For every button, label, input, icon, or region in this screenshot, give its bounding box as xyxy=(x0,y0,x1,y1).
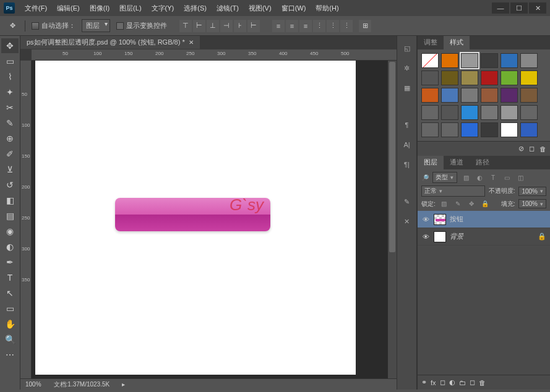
edit-toolbar-icon[interactable]: ⋯ xyxy=(1,347,19,362)
layer-name[interactable]: 按钮 xyxy=(450,215,463,224)
style-swatch[interactable] xyxy=(441,88,458,103)
align-left-icon[interactable]: ⊣ xyxy=(220,20,233,32)
auto-select-checkbox[interactable]: 自动选择： xyxy=(32,21,75,30)
pen-tool[interactable]: ✒ xyxy=(1,255,19,270)
style-swatch[interactable] xyxy=(481,122,498,137)
window-maximize-button[interactable]: ☐ xyxy=(510,2,528,14)
tab-channels[interactable]: 通道 xyxy=(444,156,470,169)
crop-tool[interactable]: ✂ xyxy=(1,100,19,115)
color-panel-icon[interactable]: ✲ xyxy=(397,61,416,75)
distribute-right-icon[interactable]: ⋮ xyxy=(340,20,353,32)
menu-help[interactable]: 帮助(H) xyxy=(311,1,343,15)
layer-name[interactable]: 背景 xyxy=(450,232,463,241)
style-swatch[interactable] xyxy=(481,88,498,103)
menu-file[interactable]: 文件(F) xyxy=(20,1,52,15)
align-vcenter-icon[interactable]: ⊢ xyxy=(193,20,205,32)
shape-tool[interactable]: ▭ xyxy=(1,301,19,316)
filter-pixel-icon[interactable]: ▨ xyxy=(461,174,471,181)
opacity-value[interactable]: 100% xyxy=(518,187,546,196)
eraser-tool[interactable]: ◧ xyxy=(1,193,19,208)
style-swatch[interactable] xyxy=(481,105,498,120)
healing-tool[interactable]: ⊕ xyxy=(1,131,19,146)
layer-visibility-icon[interactable]: 👁 xyxy=(421,216,430,223)
clear-style-icon[interactable]: ⊘ xyxy=(518,145,524,153)
style-swatch[interactable] xyxy=(461,122,478,137)
style-swatch[interactable] xyxy=(501,53,518,68)
fill-value[interactable]: 100% xyxy=(518,199,546,208)
layer-thumbnail[interactable] xyxy=(434,231,446,242)
filter-search-icon[interactable]: 🔎 xyxy=(421,174,429,181)
document-tab[interactable]: ps如何调整图层透明度.psd @ 100% (按钮, RGB/8) * ✕ xyxy=(20,36,200,49)
style-swatch[interactable] xyxy=(501,122,518,137)
new-style-icon[interactable]: ◻ xyxy=(529,145,535,153)
style-swatch[interactable] xyxy=(421,70,439,85)
layer-visibility-icon[interactable]: 👁 xyxy=(421,233,430,241)
style-swatch[interactable] xyxy=(461,70,478,85)
style-swatch[interactable] xyxy=(441,105,458,120)
style-swatch[interactable] xyxy=(520,88,538,103)
align-hcenter-icon[interactable]: ⊦ xyxy=(234,20,246,32)
lock-pixels-icon[interactable]: ✎ xyxy=(453,200,463,207)
tab-layers[interactable]: 图层 xyxy=(418,156,444,169)
lock-transparency-icon[interactable]: ▨ xyxy=(439,200,449,207)
canvas[interactable]: G`sy xyxy=(32,61,388,378)
style-swatch[interactable] xyxy=(501,88,518,103)
close-tab-icon[interactable]: ✕ xyxy=(189,39,194,46)
filter-shape-icon[interactable]: ▭ xyxy=(502,174,512,181)
auto-select-target-dropdown[interactable]: 图层 xyxy=(82,19,110,32)
style-swatch[interactable] xyxy=(520,105,538,120)
menu-select[interactable]: 选择(S) xyxy=(179,1,212,15)
style-swatch[interactable] xyxy=(501,105,518,120)
zoom-tool[interactable]: 🔍 xyxy=(1,332,19,347)
distribute-bottom-icon[interactable]: ≡ xyxy=(299,20,312,32)
menu-type[interactable]: 文字(Y) xyxy=(147,1,179,15)
layer-mask-icon[interactable]: ◻ xyxy=(440,378,445,386)
menu-filter[interactable]: 滤镜(T) xyxy=(212,1,244,15)
menu-image[interactable]: 图像(I) xyxy=(85,1,114,15)
delete-layer-icon[interactable]: 🗑 xyxy=(479,379,486,386)
align-bottom-icon[interactable]: ⊥ xyxy=(207,20,219,32)
zoom-level[interactable]: 100% xyxy=(25,381,41,388)
menu-window[interactable]: 窗口(W) xyxy=(277,1,311,15)
type-tool[interactable]: T xyxy=(1,270,19,285)
style-swatch[interactable] xyxy=(501,70,518,85)
adjustment-layer-icon[interactable]: ◐ xyxy=(449,378,455,386)
menu-edit[interactable]: 编辑(E) xyxy=(52,1,85,15)
path-select-tool[interactable]: ↖ xyxy=(1,286,19,300)
status-chevron-icon[interactable]: ▸ xyxy=(122,381,125,388)
new-group-icon[interactable]: 🗀 xyxy=(459,379,466,386)
style-swatch[interactable] xyxy=(481,53,498,68)
blur-tool[interactable]: ◉ xyxy=(1,224,19,239)
move-tool[interactable]: ✥ xyxy=(1,38,19,53)
distribute-top-icon[interactable]: ≡ xyxy=(272,20,285,32)
distribute-left-icon[interactable]: ⋮ xyxy=(313,20,325,32)
show-transform-checkbox[interactable]: 显示变换控件 xyxy=(116,21,167,30)
filter-type-icon[interactable]: T xyxy=(488,174,498,181)
tab-adjustments[interactable]: 调整 xyxy=(418,36,444,49)
layer-thumbnail[interactable] xyxy=(434,214,446,225)
style-swatch[interactable] xyxy=(421,53,439,68)
tab-paths[interactable]: 路径 xyxy=(470,156,496,169)
style-swatch[interactable] xyxy=(461,105,478,120)
layer-item[interactable]: 👁 背景 🔒 xyxy=(418,228,550,245)
new-layer-icon[interactable]: ◻ xyxy=(470,378,475,386)
arrange-icon[interactable]: ⊞ xyxy=(359,20,371,32)
hand-tool[interactable]: ✋ xyxy=(1,317,19,331)
style-swatch[interactable] xyxy=(481,70,498,85)
marquee-tool[interactable]: ▭ xyxy=(1,54,19,69)
style-swatch[interactable] xyxy=(421,88,439,103)
filter-kind-dropdown[interactable]: 类型 xyxy=(432,172,457,183)
align-right-icon[interactable]: ⊢ xyxy=(247,20,260,32)
brushes-panel-icon[interactable]: ✎ xyxy=(397,194,416,209)
clone-panel-icon[interactable]: ✕ xyxy=(397,214,416,229)
character-panel-icon[interactable]: ¶ xyxy=(397,117,416,132)
style-swatch[interactable] xyxy=(441,122,458,137)
lasso-tool[interactable]: ⌇ xyxy=(1,69,19,84)
vertical-scrollbar[interactable] xyxy=(388,61,397,378)
magic-wand-tool[interactable]: ✦ xyxy=(1,85,19,100)
style-swatch[interactable] xyxy=(461,53,478,68)
dodge-tool[interactable]: ◐ xyxy=(1,239,19,254)
link-layers-icon[interactable]: ⚭ xyxy=(421,378,427,386)
filter-smart-icon[interactable]: ◫ xyxy=(515,174,525,181)
window-close-button[interactable]: ✕ xyxy=(529,2,546,14)
